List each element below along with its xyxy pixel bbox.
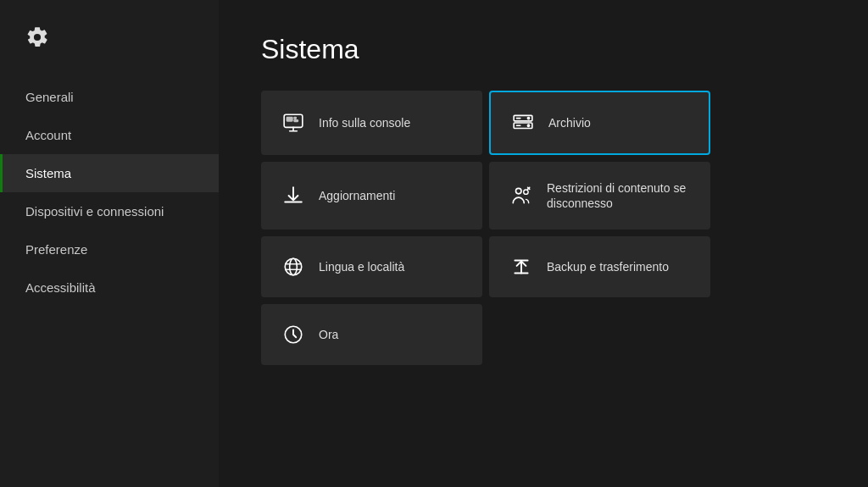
people-restriction-icon — [509, 184, 533, 208]
globe-icon — [281, 255, 305, 279]
sidebar-item-preferenze[interactable]: Preferenze — [0, 230, 219, 268]
svg-point-10 — [516, 189, 522, 195]
tiles-grid: Info sulla console Archivio — [261, 91, 710, 365]
tile-backup-label: Backup e trasferimento — [547, 259, 669, 274]
svg-rect-3 — [294, 120, 298, 122]
tile-aggiornamenti-label: Aggiornamenti — [319, 188, 395, 203]
tile-info-console-label: Info sulla console — [319, 115, 410, 130]
svg-rect-2 — [294, 118, 296, 119]
svg-point-14 — [285, 259, 302, 276]
tile-lingua[interactable]: Lingua e località — [261, 236, 482, 297]
tile-info-console[interactable]: Info sulla console — [261, 91, 482, 155]
sidebar-navigation: Generali Account Sistema Dispositivi e c… — [0, 78, 219, 307]
sidebar-item-account[interactable]: Account — [0, 116, 219, 154]
tile-backup[interactable]: Backup e trasferimento — [489, 236, 710, 297]
backup-icon — [509, 255, 533, 279]
tile-ora-label: Ora — [319, 327, 338, 342]
tile-archivio-label: Archivio — [548, 115, 591, 130]
download-icon — [281, 184, 305, 208]
svg-rect-1 — [287, 118, 292, 121]
svg-point-11 — [524, 190, 528, 194]
sidebar-item-sistema[interactable]: Sistema — [0, 154, 219, 192]
tile-aggiornamenti[interactable]: Aggiornamenti — [261, 162, 482, 230]
svg-point-15 — [290, 259, 298, 276]
page-title: Sistema — [261, 34, 826, 65]
storage-icon — [511, 111, 535, 135]
tile-archivio[interactable]: Archivio — [489, 91, 710, 155]
svg-point-7 — [527, 125, 529, 126]
tile-restrizioni-label: Restrizioni di contenuto se disconnesso — [547, 180, 690, 211]
tile-restrizioni[interactable]: Restrizioni di contenuto se disconnesso — [489, 162, 710, 230]
main-content: Sistema Info sulla console — [219, 0, 868, 487]
sidebar: Generali Account Sistema Dispositivi e c… — [0, 0, 219, 487]
sidebar-item-accessibilita[interactable]: Accessibilità — [0, 268, 219, 307]
monitor-icon — [281, 111, 305, 135]
tile-ora[interactable]: Ora — [261, 304, 482, 365]
svg-point-6 — [527, 118, 529, 119]
sidebar-item-generali[interactable]: Generali — [0, 78, 219, 116]
settings-icon — [0, 25, 219, 78]
clock-icon — [281, 323, 305, 346]
sidebar-item-dispositivi[interactable]: Dispositivi e connessioni — [0, 192, 219, 230]
tile-lingua-label: Lingua e località — [319, 259, 404, 274]
